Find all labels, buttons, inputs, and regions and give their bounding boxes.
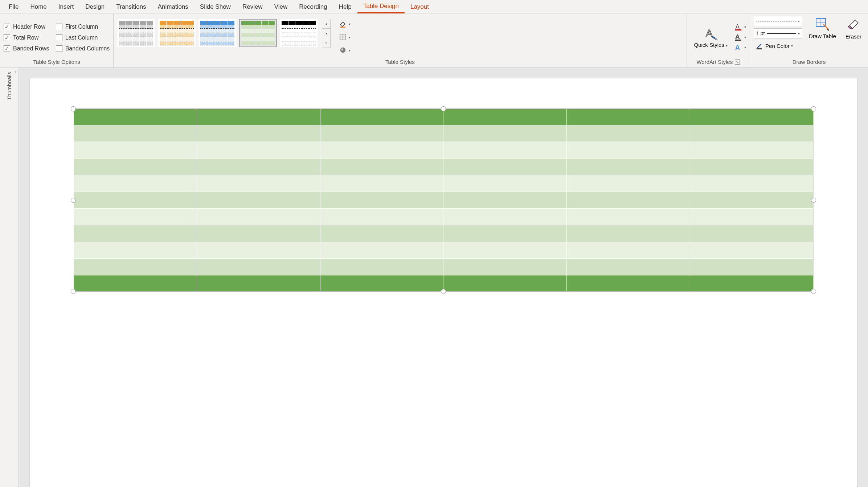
resize-handle[interactable] <box>71 289 76 294</box>
tab-design[interactable]: Design <box>79 0 110 13</box>
check-icon <box>4 34 10 41</box>
chevron-down-icon: ▾ <box>349 48 351 52</box>
pen-color-label: Pen Color <box>765 43 790 49</box>
chevron-down-icon: ▾ <box>349 35 351 39</box>
tab-table-design[interactable]: Table Design <box>357 0 405 13</box>
resize-handle[interactable] <box>71 106 76 111</box>
table-styles-gallery: ▴ ▾ ▿ ▾ ▾ <box>117 19 352 55</box>
checkbox-first-column[interactable]: First Column <box>56 24 110 30</box>
tab-transitions[interactable]: Transitions <box>110 0 152 13</box>
tab-recording[interactable]: Recording <box>293 0 333 13</box>
thumbnail-pane: › Thumbnails <box>0 67 19 487</box>
gallery-scroll-up[interactable]: ▴ <box>322 19 330 29</box>
slide-area <box>19 67 868 487</box>
table-style-orange[interactable] <box>158 19 196 47</box>
table-row <box>74 242 814 259</box>
checkbox-total-row[interactable]: Total Row <box>4 34 49 41</box>
svg-text:A: A <box>736 24 740 30</box>
paint-bucket-icon <box>339 20 347 28</box>
banded-rows-label: Banded Rows <box>13 45 49 52</box>
resize-handle[interactable] <box>811 106 816 111</box>
svg-text:A: A <box>706 28 713 39</box>
total-row-label: Total Row <box>13 34 38 41</box>
pen-color-button[interactable]: Pen Color ▾ <box>754 41 802 51</box>
svg-text:A: A <box>736 34 740 40</box>
borders-icon <box>339 33 347 41</box>
group-label-table-styles: Table Styles <box>117 58 683 66</box>
eraser-icon <box>846 16 861 32</box>
tab-layout[interactable]: Layout <box>405 0 435 13</box>
text-fill-icon: A <box>734 23 743 31</box>
resize-handle[interactable] <box>811 198 816 203</box>
pen-color-icon <box>755 41 764 50</box>
table-row <box>74 159 814 175</box>
chevron-down-icon: ▾ <box>798 19 800 23</box>
borders-button[interactable]: ▾ <box>337 32 352 42</box>
gallery-scroll-down[interactable]: ▾ <box>322 29 330 38</box>
pen-style-combo[interactable]: ▾ <box>754 16 802 26</box>
table-row <box>74 259 814 275</box>
pen-weight-combo[interactable]: 1 pt▾ <box>754 28 802 38</box>
tab-animations[interactable]: Animations <box>152 0 194 13</box>
table-row <box>74 175 814 192</box>
draw-table-label: Draw Table <box>809 33 836 40</box>
resize-handle[interactable] <box>441 106 446 111</box>
chevron-down-icon: ▾ <box>349 22 351 26</box>
table-style-blue[interactable] <box>198 19 236 47</box>
checkbox-header-row[interactable]: Header Row <box>4 24 49 30</box>
tab-insert[interactable]: Insert <box>53 0 80 13</box>
group-table-styles: ▴ ▾ ▿ ▾ ▾ <box>114 14 687 67</box>
tab-help[interactable]: Help <box>333 0 357 13</box>
effects-button[interactable]: ▾ <box>337 45 352 55</box>
text-effects-button[interactable]: A ▾ <box>734 43 746 51</box>
chevron-down-icon: ▾ <box>744 25 746 29</box>
first-column-label: First Column <box>65 24 98 30</box>
gallery-more[interactable]: ▿ <box>322 38 330 48</box>
chevron-down-icon: ▾ <box>791 44 793 48</box>
check-icon <box>4 24 10 30</box>
quick-styles-icon: A <box>704 26 718 41</box>
tab-review[interactable]: Review <box>237 0 269 13</box>
resize-handle[interactable] <box>441 289 446 294</box>
svg-text:A: A <box>735 44 740 51</box>
checkbox-last-column[interactable]: Last Column <box>56 34 110 41</box>
eraser-label: Eraser <box>846 33 861 40</box>
table-row <box>74 125 814 142</box>
text-outline-icon: A <box>734 33 743 41</box>
ribbon-body: Header Row First Column Total Row Last C… <box>0 14 868 67</box>
checkbox-banded-columns[interactable]: Banded Columns <box>56 45 110 52</box>
quick-styles-label: Quick Styles ▾ <box>694 42 728 48</box>
content-area: › Thumbnails <box>0 67 868 487</box>
tab-slideshow[interactable]: Slide Show <box>194 0 237 13</box>
checkbox-banded-rows[interactable]: Banded Rows <box>4 45 49 52</box>
wordart-dialog-launcher[interactable]: ↘ <box>735 60 740 65</box>
text-outline-button[interactable]: A ▾ <box>734 33 746 41</box>
table[interactable] <box>73 109 814 291</box>
pen-weight-value: 1 pt <box>756 30 765 36</box>
eraser-button[interactable]: Eraser <box>843 16 864 40</box>
svg-point-5 <box>341 48 344 50</box>
tab-file[interactable]: File <box>3 0 24 13</box>
selected-table[interactable] <box>73 109 814 291</box>
thumbnails-expand-icon[interactable]: › <box>15 70 16 75</box>
tab-home[interactable]: Home <box>24 0 52 13</box>
table-row <box>74 209 814 225</box>
svg-rect-12 <box>757 48 762 49</box>
draw-table-button[interactable]: Draw Table <box>806 16 839 40</box>
check-icon <box>56 24 62 30</box>
check-icon <box>56 45 62 52</box>
table-style-green-selected[interactable] <box>239 19 277 47</box>
resize-handle[interactable] <box>71 198 76 203</box>
resize-handle[interactable] <box>811 289 816 294</box>
quick-styles-button[interactable]: A Quick Styles ▾ <box>691 26 732 48</box>
svg-rect-0 <box>340 26 346 28</box>
shading-button[interactable]: ▾ <box>337 19 352 29</box>
header-row-label: Header Row <box>13 24 45 30</box>
chevron-down-icon: ▾ <box>798 32 800 36</box>
table-style-black[interactable] <box>280 19 318 47</box>
table-style-grey[interactable] <box>117 19 155 47</box>
text-fill-button[interactable]: A ▾ <box>734 23 746 31</box>
draw-table-icon <box>814 16 830 32</box>
slide[interactable] <box>30 78 857 487</box>
tab-view[interactable]: View <box>269 0 294 13</box>
